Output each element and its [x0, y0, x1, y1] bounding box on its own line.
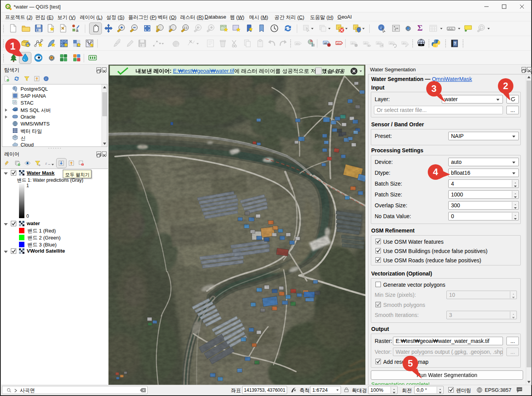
svg-text:3: 3 [431, 83, 436, 94]
svg-text:ε: ε [45, 161, 47, 165]
svg-text:5: 5 [408, 358, 413, 368]
svg-text:abc: abc [337, 41, 342, 45]
svg-text:2: 2 [503, 81, 508, 91]
svg-text:a: a [76, 28, 79, 33]
svg-text:ab: ab [324, 41, 327, 45]
svg-text:Σ: Σ [417, 23, 423, 32]
svg-text:1: 1 [10, 41, 15, 52]
svg-text:4: 4 [433, 167, 438, 177]
svg-text:1:1: 1:1 [184, 26, 188, 29]
svg-text:i: i [380, 25, 382, 30]
svg-text:?: ? [454, 41, 456, 46]
